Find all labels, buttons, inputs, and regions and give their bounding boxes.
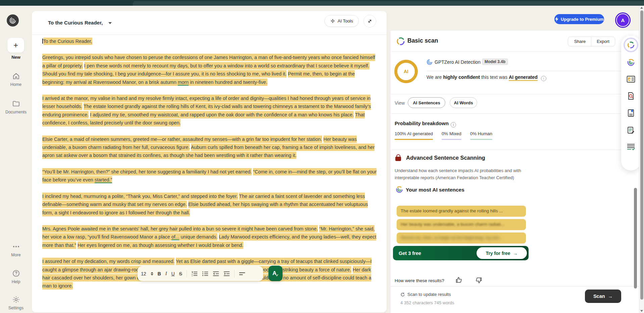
gptzero-logo[interactable]: [7, 14, 19, 27]
rail-item-writing-feedback-icon[interactable]: [627, 126, 635, 134]
info-icon[interactable]: i: [541, 76, 546, 81]
panel-scrollbar[interactable]: [634, 188, 637, 289]
font-size-value[interactable]: 12: [141, 271, 146, 276]
document-title[interactable]: To the Curious Reader,: [48, 20, 103, 25]
export-button[interactable]: Export: [591, 37, 615, 46]
sentence: in nineteen hundred and twenty-five.: [189, 79, 267, 86]
sentence: of...: [171, 233, 180, 240]
probability-ai[interactable]: 100% AI generated: [395, 131, 433, 140]
scrollbar-thumb[interactable]: [640, 10, 643, 300]
paragraph[interactable]: Greetings, you intrepid souls who have c…: [42, 53, 378, 86]
paragraph[interactable]: “You’ll be Mr. Harrington, then?” she ch…: [42, 168, 378, 184]
rail-item-plagiarism-icon[interactable]: [627, 92, 635, 100]
probability-title: Probability breakdowni: [395, 120, 456, 127]
more-label: More: [11, 253, 20, 257]
rail-item-vocabulary-icon[interactable]: A: [627, 75, 635, 83]
ai-score-label: AI: [404, 69, 408, 74]
advanced-scanning-title: Advanced Sentence Scanning: [406, 155, 485, 161]
model-badge: Model 3.4b: [482, 58, 508, 65]
sentence: To the Curious Reader,: [43, 38, 92, 45]
info-icon[interactable]: i: [451, 122, 456, 127]
help-icon: [12, 269, 20, 277]
divider: [391, 113, 644, 114]
thumbs-up-icon[interactable]: [455, 276, 462, 284]
scan-results-panel: Basic scan Share Export AI GPTZero AI De…: [391, 30, 644, 286]
sentence: I pen these words not merely to recount …: [84, 62, 369, 69]
underline-button[interactable]: U: [171, 271, 175, 276]
scroll-up-arrow[interactable]: [640, 7, 643, 9]
ai-sentence-chip[interactable]: Permit me, then, to begin at the beginni…: [397, 232, 526, 244]
paragraph[interactable]: I inclined my head, murmuring a polite, …: [42, 192, 378, 217]
tools-rail: A: [621, 36, 641, 170]
sentence: Her eyes lingered on me, as though asses…: [78, 242, 243, 249]
settings-label: Settings: [8, 306, 23, 310]
sidebar-item-documents[interactable]: Documents: [0, 100, 32, 114]
view-label: View: [395, 100, 405, 106]
lock-icon: [395, 157, 401, 161]
tab-ai-words[interactable]: AI Words: [450, 97, 477, 108]
upgrade-label: Upgrade to Premium: [561, 17, 604, 22]
rail-item-grammar-check-icon[interactable]: [627, 143, 635, 151]
check-icon: ✓: [276, 273, 279, 277]
sentence: Mrs. Agnes Poole awaited me in the serva…: [42, 225, 318, 232]
share-button[interactable]: Share: [568, 37, 592, 46]
grammar-highlight-button[interactable]: A✓: [268, 266, 283, 281]
rail-item-deep-scan-icon[interactable]: [627, 58, 635, 66]
bold-button[interactable]: B: [158, 271, 161, 276]
strikethrough-button[interactable]: S: [179, 271, 182, 276]
confidence-statement: We are highly confident this text was AI…: [427, 74, 546, 81]
outdent-icon[interactable]: [213, 271, 219, 276]
italic-button[interactable]: I: [165, 271, 167, 276]
confidence-verdict[interactable]: AI generated: [509, 74, 538, 81]
paragraph[interactable]: Elsie Carter, a maid of nineteen summers…: [42, 135, 378, 160]
sidebar-item-more[interactable]: More: [0, 243, 32, 257]
toolbar-divider: [234, 270, 235, 277]
chevron-down-icon[interactable]: [108, 22, 112, 24]
indent-icon[interactable]: [224, 271, 230, 276]
document-text[interactable]: To the Curious Reader,Greetings, you int…: [42, 37, 378, 290]
font-size-stepper[interactable]: [151, 272, 153, 275]
rail-item-basic-scan[interactable]: [624, 38, 638, 52]
new-document-button[interactable]: +: [7, 38, 24, 53]
try-for-free-button[interactable]: Try for free →: [477, 247, 527, 259]
paragraph[interactable]: Mrs. Agnes Poole awaited me in the serva…: [42, 225, 378, 249]
paragraph[interactable]: I arrived at the manor, my valise in han…: [42, 94, 378, 127]
divider: [391, 150, 644, 150]
advanced-desc-line2: interpretable reports (American Federati…: [395, 175, 514, 180]
page-scrollbar[interactable]: [639, 6, 644, 313]
lightning-icon: [555, 17, 559, 21]
align-icon[interactable]: [239, 271, 245, 276]
scroll-down-arrow[interactable]: [640, 310, 643, 312]
home-icon: [12, 72, 20, 80]
probability-human[interactable]: 0% Human: [470, 131, 492, 140]
rail-item-citations-icon[interactable]: [627, 109, 635, 117]
window-top-bar-tab: [133, 1, 644, 6]
expand-icon: [367, 18, 373, 24]
sentence: morn: [178, 79, 189, 86]
bullet-list-icon[interactable]: [202, 271, 208, 276]
sidebar-item-help[interactable]: Help: [0, 269, 32, 284]
upgrade-premium-button[interactable]: Upgrade to Premium: [554, 14, 604, 24]
expand-button[interactable]: [363, 15, 376, 28]
probability-mixed[interactable]: 0% Mixed: [442, 131, 461, 140]
ai-tools-button[interactable]: AI Tools: [325, 15, 359, 27]
toolbar-divider: [187, 270, 187, 277]
thumbs-down-icon[interactable]: [475, 276, 483, 284]
sidebar-item-home[interactable]: Home: [0, 72, 32, 87]
sentence: Elsie Carter, a maid of nineteen summers…: [42, 136, 322, 143]
user-avatar[interactable]: A: [616, 13, 630, 27]
scan-title: Basic scan: [407, 37, 438, 44]
ordered-list-icon[interactable]: [191, 271, 198, 276]
sentence: started.”: [95, 176, 112, 183]
documents-label: Documents: [5, 110, 27, 114]
sentence: I inclined my head, murmuring a polite, …: [42, 193, 238, 200]
scan-button[interactable]: Scan →: [585, 290, 621, 303]
ai-sentence-chip[interactable]: Her beauty was undeniable, a buxom charm…: [397, 219, 526, 230]
get-free-label: Get 3 free: [399, 251, 421, 256]
arrow-right-icon: →: [513, 251, 518, 256]
paragraph[interactable]: To the Curious Reader,: [42, 37, 378, 45]
tab-ai-sentences[interactable]: AI Sentences: [408, 97, 445, 108]
sidebar-item-settings[interactable]: Settings: [0, 296, 32, 310]
ai-sentence-chip[interactable]: The estate loomed grandly against the ro…: [397, 206, 526, 217]
sentence: “You’ll be Mr. Harrington, then?” she ch…: [42, 168, 252, 175]
